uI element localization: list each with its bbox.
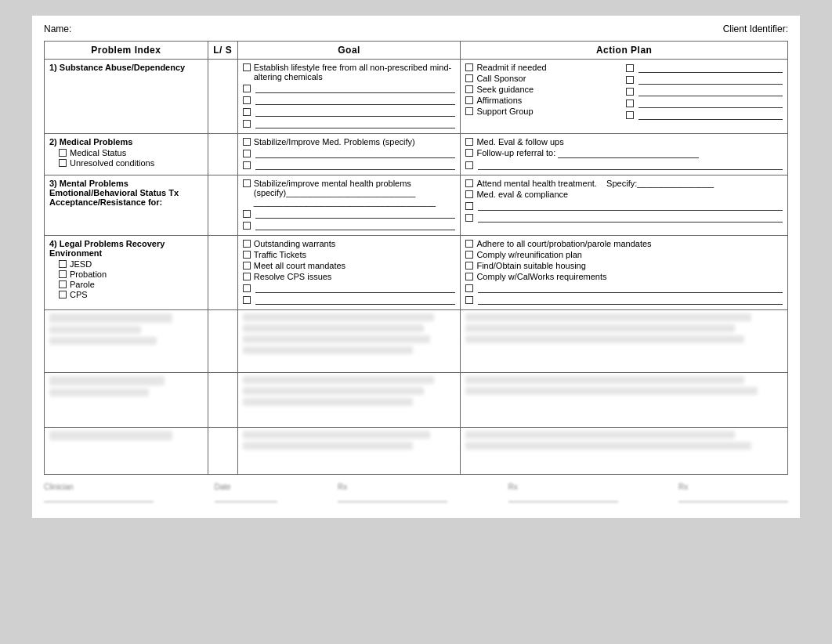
checkbox-icon[interactable]: [59, 260, 67, 268]
problem-title-4: 4) Legal Problems Recovery Environment: [49, 239, 203, 258]
header: Name: Client Identifier:: [44, 24, 788, 34]
checkbox-icon[interactable]: [465, 179, 473, 187]
checkbox-icon[interactable]: [243, 161, 251, 169]
checkbox-icon[interactable]: [243, 251, 251, 259]
action-cell-1: Readmit if needed Call Sponsor Seek guid…: [461, 60, 788, 134]
checkbox-icon[interactable]: [465, 273, 473, 280]
blurred-problem: [45, 373, 208, 428]
checkbox-icon[interactable]: [626, 76, 634, 84]
checkbox-icon[interactable]: [243, 150, 251, 157]
checkbox-icon[interactable]: [465, 96, 473, 104]
sub-item: CPS: [49, 290, 203, 299]
checkbox-icon[interactable]: [243, 240, 251, 248]
checkbox-icon[interactable]: [243, 262, 251, 270]
checkbox-icon[interactable]: [243, 273, 251, 280]
problem-cell-4: 4) Legal Problems Recovery Environment J…: [45, 236, 208, 310]
header-goal: Goal: [237, 42, 461, 60]
blurred-action: [461, 310, 788, 373]
checkbox-icon[interactable]: [465, 107, 473, 115]
blurred-action: [461, 373, 788, 428]
checkbox-icon[interactable]: [465, 63, 473, 71]
blank-line: [243, 220, 456, 230]
checkbox-icon[interactable]: [626, 64, 634, 72]
footer-underline: [678, 491, 788, 502]
blank-line: [243, 295, 456, 305]
checkbox-icon[interactable]: [465, 138, 473, 146]
checkbox-icon[interactable]: [243, 210, 251, 218]
sub-item: Probation: [49, 270, 203, 279]
checkbox-icon[interactable]: [626, 99, 634, 107]
checkbox-icon[interactable]: [465, 284, 473, 292]
header-action: Action Plan: [461, 42, 788, 60]
footer-label: Rx: [508, 483, 618, 491]
checkbox-icon[interactable]: [465, 214, 473, 222]
table-row-blurred: [45, 373, 788, 428]
checkbox-icon[interactable]: [465, 161, 473, 169]
blurred-goal: [237, 310, 461, 373]
footer-underline: [508, 491, 618, 502]
blurred-ls: [208, 428, 237, 475]
goal-cell-4: Outstanding warrants Traffic Tickets Mee…: [237, 236, 461, 310]
problem-title-2: 2) Medical Problems: [49, 137, 203, 147]
table-row: 4) Legal Problems Recovery Environment J…: [45, 236, 788, 310]
checkbox-icon[interactable]: [243, 63, 251, 71]
checkbox-icon[interactable]: [465, 296, 473, 304]
blank-line: [243, 107, 456, 117]
checkbox-icon[interactable]: [59, 159, 67, 167]
checkbox-icon[interactable]: [465, 251, 473, 259]
action-item: Attend mental health treatment. Specify:…: [465, 179, 783, 188]
action-item: Seek guidance: [465, 85, 622, 94]
checkbox-icon[interactable]: [626, 88, 634, 96]
blurred-problem: [45, 428, 208, 475]
checkbox-icon[interactable]: [465, 202, 473, 210]
checkbox-icon[interactable]: [243, 284, 251, 292]
checkbox-icon[interactable]: [243, 108, 251, 116]
problem-title-1: 1) Substance Abuse/Dependency: [49, 63, 203, 72]
checkbox-icon[interactable]: [59, 291, 67, 298]
checkbox-icon[interactable]: [465, 190, 473, 198]
blank-line: [243, 83, 456, 93]
ls-cell-3: [208, 175, 237, 236]
checkbox-icon[interactable]: [243, 222, 251, 230]
checkbox-icon[interactable]: [59, 149, 67, 157]
footer-label: Clinician: [44, 483, 154, 491]
footer-label: Rx: [678, 483, 788, 491]
problem-cell-1: 1) Substance Abuse/Dependency: [45, 60, 208, 134]
checkbox-icon[interactable]: [243, 179, 251, 187]
checkbox-icon[interactable]: [465, 74, 473, 82]
checkbox-icon[interactable]: [243, 120, 251, 128]
goal-item: Stabilize/improve mental health problems…: [243, 179, 456, 207]
blank-line: [626, 98, 783, 108]
checkbox-icon[interactable]: [465, 85, 473, 93]
blank-line: [243, 283, 456, 293]
checkbox-icon[interactable]: [465, 262, 473, 270]
table-row: 3) Mental Problems Emotional/Behavioral …: [45, 175, 788, 236]
goal-cell-2: Stabilize/Improve Med. Problems (specify…: [237, 134, 461, 175]
checkbox-icon[interactable]: [243, 85, 251, 92]
checkbox-icon[interactable]: [465, 149, 473, 157]
sub-item: Parole: [49, 280, 203, 289]
problem-cell-3: 3) Mental Problems Emotional/Behavioral …: [45, 175, 208, 236]
blank-line: [465, 295, 783, 305]
blurred-ls: [208, 310, 237, 373]
footer-area: Clinician Date Rx Rx Rx: [44, 483, 788, 502]
goal-cell-1: Establish lifestyle free from all non-pr…: [237, 60, 461, 134]
checkbox-icon[interactable]: [243, 296, 251, 304]
goal-cell-3: Stabilize/improve mental health problems…: [237, 175, 461, 236]
footer-date: Date: [215, 483, 277, 502]
blank-line: [243, 208, 456, 219]
checkbox-icon[interactable]: [59, 270, 67, 278]
checkbox-icon[interactable]: [626, 111, 634, 119]
checkbox-icon[interactable]: [243, 138, 251, 146]
checkbox-icon[interactable]: [465, 240, 473, 248]
footer-label: Date: [215, 483, 277, 491]
footer-rx1: Rx: [338, 483, 447, 502]
ls-cell-1: [208, 60, 237, 134]
checkbox-icon[interactable]: [59, 280, 67, 288]
action-cell-4: Adhere to all court/probation/parole man…: [461, 236, 788, 310]
action-item: Affirmations: [465, 96, 622, 105]
action-item: Med. Eval & follow ups: [465, 137, 783, 147]
goal-item: Meet all court mandates: [243, 261, 456, 270]
checkbox-icon[interactable]: [243, 96, 251, 104]
sub-item: Medical Status: [49, 148, 203, 157]
